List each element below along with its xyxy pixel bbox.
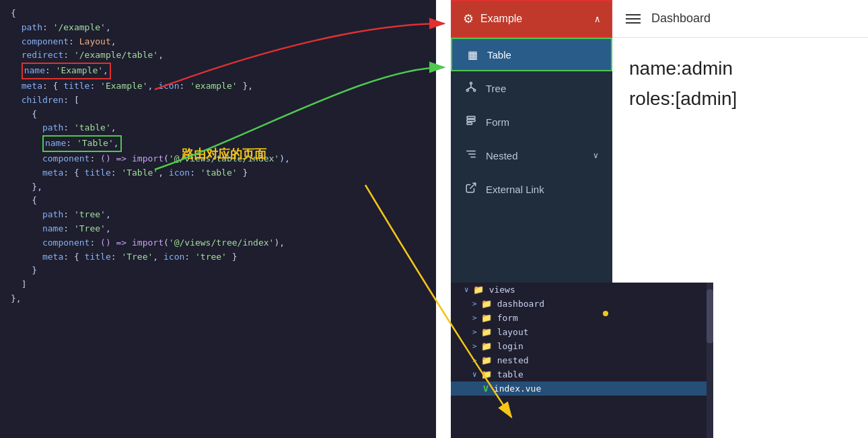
svg-point-0 [470, 82, 472, 84]
tree-icon [464, 81, 478, 96]
svg-point-2 [474, 89, 476, 92]
form-icon [464, 114, 478, 129]
file-tree-index-vue[interactable]: V index.vue [451, 381, 713, 396]
svg-line-12 [470, 183, 476, 188]
scrollbar-thumb[interactable] [707, 289, 713, 343]
form-folder-label: form [497, 313, 518, 323]
file-explorer-panel: ∨ 📁 views > 📁 dashboard > 📁 form > 📁 lay… [451, 283, 713, 438]
yellow-dot-indicator [603, 311, 608, 316]
file-tree-layout[interactable]: > 📁 layout [451, 325, 713, 339]
dashboard-chevron-icon: > [472, 299, 477, 308]
sidebar-item-form[interactable]: Form [451, 105, 612, 139]
file-tree-views[interactable]: ∨ 📁 views [451, 283, 713, 297]
layout-folder-icon: 📁 [481, 327, 492, 337]
login-folder-label: login [497, 341, 523, 351]
file-tree-nested[interactable]: > 📁 nested [451, 353, 713, 367]
sidebar-item-tree-label: Tree [486, 83, 506, 94]
vue-file-icon: V [483, 384, 489, 394]
file-tree-table[interactable]: ∨ 📁 table [451, 367, 713, 381]
login-folder-icon: 📁 [481, 341, 492, 351]
svg-rect-8 [467, 122, 472, 124]
sidebar-item-external-link[interactable]: External Link [451, 172, 612, 206]
nested-chevron-icon: > [472, 356, 477, 365]
file-tree-login[interactable]: > 📁 login [451, 339, 713, 353]
dashboard-title: Dashboard [651, 11, 711, 26]
sidebar-item-external-link-label: External Link [486, 184, 544, 195]
annotation-label: 路由对应的页面 [182, 145, 266, 164]
sidebar-item-nested-label: Nested [486, 150, 518, 161]
sidebar-item-tree[interactable]: Tree [451, 71, 612, 105]
sidebar-header[interactable]: ⚙ Example ∧ [451, 0, 612, 38]
login-chevron-icon: > [472, 342, 477, 351]
sidebar-item-form-label: Form [486, 116, 509, 128]
views-folder-icon: 📁 [473, 285, 484, 295]
svg-line-4 [468, 87, 471, 89]
sidebar-item-table-label: Table [487, 49, 511, 61]
table-folder-icon: 📁 [481, 369, 492, 379]
file-tree-form[interactable]: > 📁 form [451, 311, 713, 325]
views-folder-label: views [489, 285, 515, 295]
dashboard-folder-icon: 📁 [481, 299, 492, 309]
layout-folder-label: layout [497, 327, 529, 337]
table-chevron-icon: ∨ [472, 370, 477, 379]
hamburger-menu-button[interactable] [626, 14, 641, 24]
form-chevron-icon: > [472, 314, 477, 322]
views-chevron-icon: ∨ [464, 285, 469, 294]
svg-point-1 [466, 89, 468, 92]
nested-folder-label: nested [497, 355, 529, 365]
dashboard-header: Dashboard [612, 0, 868, 38]
layout-chevron-icon: > [472, 328, 477, 336]
table-folder-label: table [497, 369, 523, 379]
code-editor: { path: '/example', component: Layout, r… [0, 0, 436, 438]
info-roles-line: roles:[admin] [629, 84, 737, 114]
example-icon: ⚙ [463, 11, 474, 26]
table-icon: ▦ [466, 48, 479, 61]
nested-icon [464, 148, 478, 163]
index-vue-label: index.vue [494, 384, 541, 394]
scrollbar[interactable] [707, 283, 713, 438]
nested-folder-icon: 📁 [481, 355, 492, 365]
dashboard-folder-label: dashboard [497, 299, 544, 309]
form-folder-icon: 📁 [481, 313, 492, 323]
svg-rect-6 [467, 116, 475, 118]
svg-rect-7 [467, 120, 475, 122]
sidebar-header-title: Example [480, 13, 522, 25]
sidebar-item-table[interactable]: ▦ Table [451, 38, 612, 71]
file-tree-dashboard[interactable]: > 📁 dashboard [451, 297, 713, 311]
sidebar-header-arrow: ∧ [595, 13, 600, 24]
external-link-icon [464, 182, 478, 196]
sidebar-panel: ⚙ Example ∧ ▦ Table Tree Form [451, 0, 612, 283]
nested-arrow-icon: ∨ [593, 151, 599, 160]
sidebar-item-nested[interactable]: Nested ∨ [451, 139, 612, 172]
info-text-panel: name:admin roles:[admin] [629, 54, 737, 114]
svg-line-5 [471, 87, 474, 89]
info-name-line: name:admin [629, 54, 737, 84]
